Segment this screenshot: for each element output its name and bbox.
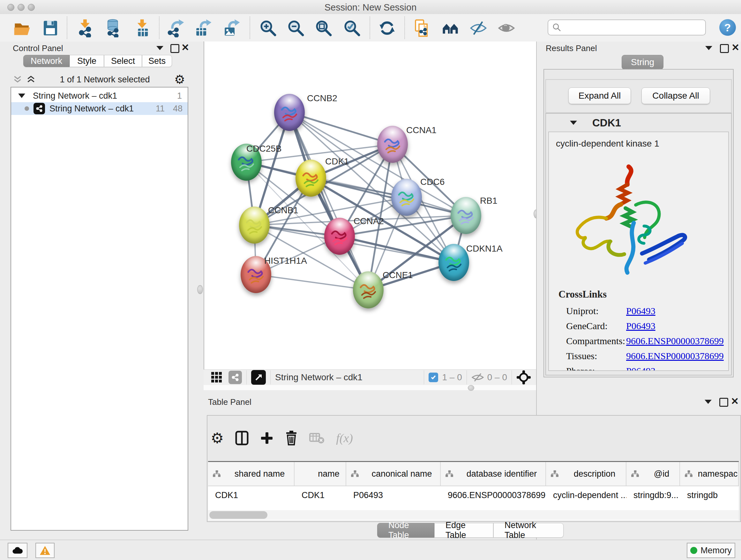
memory-label: Memory — [700, 546, 732, 556]
node-CDC6[interactable] — [391, 179, 422, 216]
results-panel-close-icon[interactable]: ✕ — [731, 44, 739, 51]
network-edge-count: 48 — [173, 104, 183, 114]
show-columns-icon[interactable] — [235, 431, 249, 445]
first-neighbors-icon[interactable] — [441, 18, 461, 38]
collection-expand-icon[interactable] — [18, 94, 25, 98]
crosslink-link[interactable]: 9606.ENSP00000378699 — [626, 351, 724, 361]
cloud-status-button[interactable] — [8, 543, 27, 558]
tab-network-table[interactable]: Network Table — [493, 523, 563, 538]
node-CDKN1A[interactable] — [439, 244, 469, 281]
cell-0: CDK1 — [208, 490, 294, 500]
control-panel-close-icon[interactable]: ✕ — [181, 44, 189, 51]
memory-status-dot-icon — [690, 547, 697, 554]
hide-selected-icon[interactable] — [468, 18, 488, 38]
table-panel-float-icon[interactable] — [719, 398, 728, 407]
node-label-CCNE1: CCNE1 — [383, 270, 413, 280]
delete-table-icon[interactable] — [309, 432, 325, 444]
table-panel-close-icon[interactable]: ✕ — [731, 398, 739, 405]
tab-select[interactable]: Select — [104, 55, 142, 67]
show-all-icon[interactable] — [496, 18, 517, 38]
table-horizontal-scrollbar[interactable] — [208, 510, 739, 520]
control-panel-menu-icon[interactable] — [156, 46, 163, 50]
expand-all-button[interactable]: Expand All — [568, 87, 631, 104]
export-network-icon[interactable] — [165, 18, 186, 38]
table-panel-menu-icon[interactable] — [704, 400, 712, 404]
node-CCNE1[interactable] — [353, 271, 384, 308]
zoom-in-icon[interactable] — [258, 18, 278, 38]
network-row-selected[interactable]: String Network – cdk1 11 48 — [11, 102, 188, 115]
cell-6: stringdb — [680, 490, 739, 500]
open-session-icon[interactable] — [12, 18, 32, 38]
crosslink-link[interactable]: P06493 — [626, 320, 656, 331]
column-header-shared-name[interactable]: shared name — [208, 462, 294, 486]
column-header-@id[interactable]: @id — [626, 462, 680, 486]
column-header-name[interactable]: name — [294, 462, 346, 486]
tab-sets[interactable]: Sets — [142, 55, 172, 67]
cdk1-collapse-icon[interactable] — [570, 121, 577, 125]
search-input[interactable] — [562, 22, 700, 33]
tab-network[interactable]: Network — [23, 55, 70, 67]
tab-edge-table[interactable]: Edge Table — [434, 523, 493, 538]
function-builder-icon[interactable]: f(x) — [336, 431, 353, 445]
tab-string[interactable]: String — [622, 55, 664, 70]
network-view-canvas[interactable]: CCNB2 CCNA1 CDC25B CDK1 CDC6 RB1 CCNB1 — [204, 42, 537, 369]
import-network-from-file-icon[interactable] — [76, 18, 96, 38]
protein-thumbnail-icon — [300, 169, 321, 190]
edge-HIST1H1A-CCNE1 — [256, 274, 368, 290]
results-panel-menu-icon[interactable] — [705, 46, 712, 50]
column-header-description[interactable]: description — [546, 462, 626, 486]
memory-button[interactable]: Memory — [687, 543, 735, 558]
new-network-from-selection-icon[interactable] — [412, 18, 432, 38]
scrollbar-thumb[interactable] — [209, 511, 267, 519]
column-header-canonical-name[interactable]: canonical name — [346, 462, 441, 486]
collapse-all-button[interactable]: Collapse All — [642, 87, 710, 104]
create-column-icon[interactable] — [260, 431, 273, 445]
collapse-all-icon[interactable] — [13, 75, 22, 84]
node-CDK1[interactable] — [295, 160, 326, 197]
birds-eye-view-icon[interactable] — [251, 370, 266, 385]
column-header-database-identifier[interactable]: database identifier — [441, 462, 546, 486]
selected-counter: 1 – 0 — [442, 372, 462, 382]
zoom-fit-content-icon[interactable] — [313, 18, 334, 38]
splitter-handle[interactable] — [468, 385, 474, 391]
node-CCNA2[interactable] — [324, 218, 355, 255]
expand-all-icon[interactable] — [26, 75, 36, 84]
column-header-namespac[interactable]: namespac — [680, 462, 739, 486]
grid-view-icon[interactable] — [211, 371, 223, 383]
delete-column-icon[interactable] — [285, 430, 298, 446]
import-table-from-file-icon[interactable] — [132, 18, 153, 38]
crosslink-link[interactable]: P06493 — [626, 366, 656, 371]
table-row[interactable]: CDK1CDK1P064939606.ENSP00000378699cyclin… — [208, 486, 739, 504]
refresh-view-icon[interactable] — [377, 18, 397, 38]
results-panel-float-icon[interactable] — [720, 44, 729, 53]
hidden-eye-icon[interactable] — [471, 373, 484, 382]
zoom-out-icon[interactable] — [286, 18, 306, 38]
help-icon[interactable]: ? — [719, 19, 736, 36]
node-CCNB2[interactable] — [274, 94, 305, 131]
node-CCNA1[interactable] — [377, 126, 408, 163]
control-panel-float-icon[interactable] — [171, 44, 179, 53]
tab-style[interactable]: Style — [70, 55, 104, 67]
search-field[interactable] — [548, 19, 706, 36]
crosslink-link[interactable]: 9606.ENSP00000378699 — [626, 335, 724, 347]
node-CCNB1[interactable] — [239, 206, 270, 244]
node-RB1[interactable] — [451, 197, 481, 234]
warnings-button[interactable] — [36, 543, 55, 558]
network-collection-row[interactable]: String Network – cdk1 1 — [11, 89, 188, 102]
control-splitter-handle[interactable] — [197, 285, 203, 294]
crosslink-link[interactable]: P06493 — [626, 306, 656, 316]
save-session-icon[interactable] — [40, 18, 61, 38]
network-table-splitter[interactable] — [204, 385, 537, 390]
export-image-icon[interactable] — [221, 18, 242, 38]
selected-nodes-checkbox[interactable] — [428, 373, 438, 382]
zoom-selected-icon[interactable] — [342, 18, 362, 38]
export-table-icon[interactable] — [193, 18, 213, 38]
node-label-HIST1H1A: HIST1H1A — [264, 256, 307, 266]
pan-crosshair-icon[interactable] — [516, 370, 531, 385]
tab-node-table[interactable]: Node Table — [377, 523, 434, 538]
network-options-gear-icon[interactable]: ⚙ — [174, 73, 185, 85]
table-options-gear-icon[interactable]: ⚙ — [211, 432, 224, 444]
network-overview-toggle-icon[interactable] — [228, 371, 242, 384]
import-network-from-database-icon[interactable] — [103, 18, 124, 38]
column-scope-icon — [212, 470, 221, 478]
